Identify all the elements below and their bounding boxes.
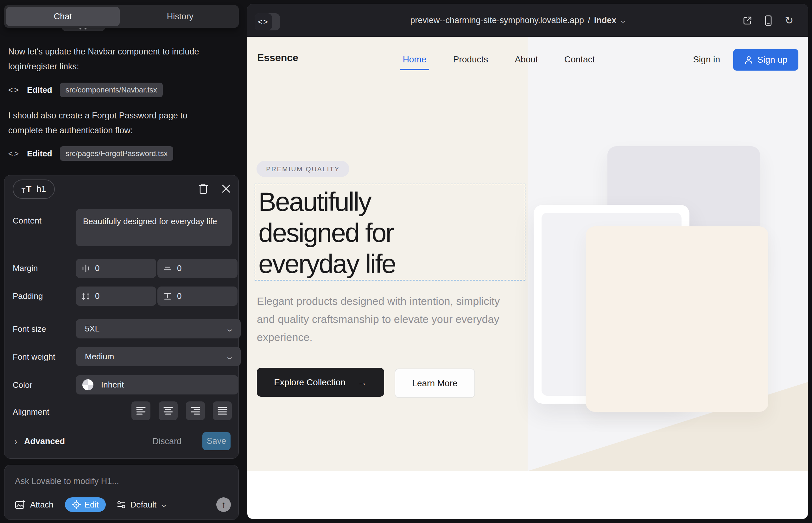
preview-page: Essence Home Products About Contact Sign… — [247, 37, 808, 519]
padding-vertical-icon — [163, 292, 172, 301]
font-weight-label: Font weight — [13, 352, 55, 362]
selected-h1-outline[interactable]: Beautifully designed for everyday life — [254, 184, 525, 281]
site-logo[interactable]: Essence — [257, 52, 298, 64]
sign-up-button[interactable]: Sign up — [733, 49, 798, 71]
padding-y-value: 0 — [177, 291, 181, 301]
explore-collection-button[interactable]: Explore Collection → — [257, 368, 384, 397]
assistant-message: Now let's update the Navbar component to… — [8, 44, 216, 74]
file-chip[interactable]: src/components/Navbar.tsx — [60, 83, 163, 97]
color-select[interactable]: Inherit — [76, 375, 238, 395]
margin-label: Margin — [13, 264, 38, 273]
url-separator: / — [588, 16, 590, 25]
color-label: Color — [13, 380, 32, 390]
color-swatch — [82, 379, 93, 390]
edited-file-row: <> Edited src/pages/ForgotPassword.tsx — [8, 147, 173, 161]
attach-button[interactable]: Attach — [15, 500, 54, 510]
edit-label: Edit — [85, 500, 99, 510]
close-icon — [222, 184, 231, 194]
align-left-icon — [136, 407, 146, 415]
margin-y-input[interactable]: 0 — [157, 259, 237, 278]
user-icon — [744, 55, 753, 64]
open-external-button[interactable] — [741, 15, 754, 26]
edited-label: Edited — [27, 85, 52, 95]
url-path: index — [594, 16, 617, 25]
arrow-right-icon: → — [357, 377, 367, 388]
delete-element-button[interactable] — [197, 182, 210, 195]
chat-sidebar: Chat History Now let's update the Navbar… — [0, 0, 246, 523]
font-size-label: Font size — [13, 324, 46, 334]
edit-mode-button[interactable]: Edit — [65, 497, 106, 512]
align-left-button[interactable] — [131, 401, 151, 420]
code-icon: <> — [8, 149, 20, 158]
chat-history-tabs: Chat History — [4, 5, 239, 28]
margin-vertical-icon — [163, 264, 172, 273]
preview-browser: <> preview--charming-site-symphony.lovab… — [247, 4, 808, 519]
edited-file-row: <> Edited src/components/Navbar.tsx — [8, 83, 163, 97]
chevron-down-icon: ⌄ — [225, 324, 235, 334]
refresh-icon: ↻ — [785, 15, 794, 26]
margin-y-value: 0 — [177, 264, 181, 273]
refresh-button[interactable]: ↻ — [783, 15, 795, 26]
align-justify-icon — [217, 407, 227, 415]
quality-badge: PREMIUM QUALITY — [257, 161, 349, 177]
chevron-down-icon: ⌄ — [619, 16, 627, 25]
align-justify-button[interactable] — [213, 401, 232, 420]
padding-horizontal-icon — [82, 292, 90, 301]
nav-link-contact[interactable]: Contact — [564, 54, 595, 65]
edited-label: Edited — [27, 149, 52, 159]
padding-x-value: 0 — [95, 291, 100, 301]
alignment-label: Alignment — [13, 407, 49, 417]
learn-more-button[interactable]: Learn More — [394, 368, 475, 398]
attach-label: Attach — [30, 500, 54, 510]
padding-y-input[interactable]: 0 — [157, 287, 237, 306]
mode-select[interactable]: Default ⌄ — [117, 500, 167, 510]
content-field[interactable]: Beautifully designed for everyday life — [76, 209, 232, 246]
font-size-value: 5XL — [85, 324, 100, 334]
font-weight-select[interactable]: Medium ⌄ — [76, 347, 241, 366]
content-label: Content — [13, 216, 41, 226]
code-toggle-segment[interactable]: <> — [254, 13, 272, 30]
nav-link-home[interactable]: Home — [403, 54, 427, 65]
sign-up-label: Sign up — [758, 55, 788, 65]
external-link-icon — [742, 16, 753, 26]
code-preview-toggle[interactable]: <> — [254, 13, 280, 30]
chevron-down-icon: ⌄ — [225, 352, 235, 362]
file-chip[interactable]: src/pages/ForgotPassword.tsx — [60, 146, 174, 161]
align-center-icon — [163, 407, 173, 415]
align-center-button[interactable] — [159, 401, 178, 420]
browser-toolbar: <> preview--charming-site-symphony.lovab… — [247, 4, 808, 37]
mobile-view-button[interactable] — [762, 15, 774, 26]
sign-in-link[interactable]: Sign in — [693, 54, 720, 65]
advanced-toggle[interactable]: › Advanced — [15, 437, 65, 446]
align-right-icon — [191, 407, 200, 415]
element-tag-pill: T T h1 — [13, 180, 55, 199]
close-panel-button[interactable] — [220, 182, 232, 195]
font-weight-value: Medium — [85, 352, 114, 362]
mode-label: Default — [130, 500, 156, 510]
attach-image-icon — [15, 500, 26, 510]
prompt-input[interactable]: Ask Lovable to modify H1... — [15, 476, 119, 486]
prompt-box: Ask Lovable to modify H1... Attach — [4, 465, 239, 520]
trash-icon — [198, 183, 209, 194]
tab-history[interactable]: History — [124, 7, 237, 26]
browser-actions: ↻ — [741, 4, 795, 37]
font-size-select[interactable]: 5XL ⌄ — [76, 319, 241, 339]
padding-x-input[interactable]: 0 — [76, 287, 156, 306]
smartphone-icon — [764, 15, 772, 26]
color-value: Inherit — [101, 380, 124, 390]
tab-chat[interactable]: Chat — [6, 7, 120, 26]
align-right-button[interactable] — [186, 401, 205, 420]
chevron-right-icon: › — [15, 436, 17, 447]
discard-button[interactable]: Discard — [152, 437, 181, 446]
nav-link-products[interactable]: Products — [453, 54, 488, 65]
save-button[interactable]: Save — [202, 432, 231, 450]
url-bar[interactable]: preview--charming-site-symphony.lovable.… — [311, 4, 726, 37]
margin-x-input[interactable]: 0 — [76, 259, 156, 278]
url-host: preview--charming-site-symphony.lovable.… — [410, 16, 584, 25]
nav-link-about[interactable]: About — [515, 54, 538, 65]
explore-label: Explore Collection — [274, 377, 346, 387]
send-button[interactable]: ↑ — [216, 497, 231, 512]
target-icon — [72, 500, 81, 509]
margin-horizontal-icon — [82, 264, 90, 273]
hero-heading: Beautifully designed for everyday life — [259, 186, 395, 279]
